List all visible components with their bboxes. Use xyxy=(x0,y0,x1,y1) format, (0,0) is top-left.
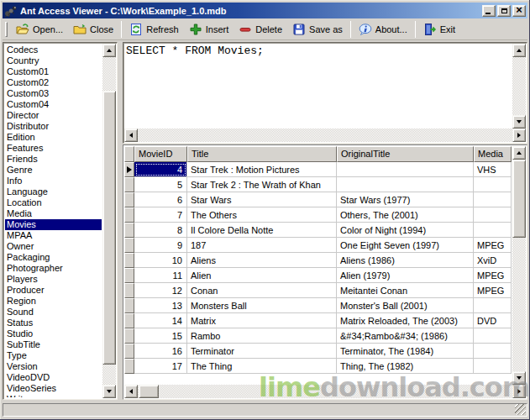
sidebar-item[interactable]: Media xyxy=(5,208,102,219)
column-header-movieid[interactable]: MovieID xyxy=(134,146,187,162)
sidebar-item[interactable]: Director xyxy=(5,110,102,121)
grid-horizontal-scrollbar[interactable] xyxy=(124,385,526,398)
scroll-up-button[interactable] xyxy=(512,44,526,57)
cell-media[interactable]: XviD xyxy=(474,253,512,268)
sidebar-item[interactable]: Studio xyxy=(5,328,102,339)
insert-button[interactable]: Insert xyxy=(184,20,234,39)
header-corner[interactable] xyxy=(124,146,134,162)
cell-movieid[interactable]: 12 xyxy=(134,283,187,298)
cell-movieid[interactable]: 15 xyxy=(134,328,187,344)
cell-originaltitle[interactable] xyxy=(337,177,474,192)
scrollbar-thumb[interactable] xyxy=(139,385,159,398)
cell-originaltitle[interactable] xyxy=(337,162,474,177)
scrollbar-thumb[interactable] xyxy=(102,91,116,365)
sidebar-item[interactable]: Distributor xyxy=(5,121,102,132)
sql-horizontal-scrollbar[interactable] xyxy=(124,129,526,142)
table-row[interactable]: 6 Star Wars Star Wars (1977) xyxy=(124,192,512,207)
scroll-down-button[interactable] xyxy=(102,385,116,398)
table-row[interactable]: 7 The Others Others, The (2001) xyxy=(124,207,512,223)
cell-title[interactable]: 187 xyxy=(187,238,337,253)
sidebar-item[interactable]: Info xyxy=(5,176,102,186)
cell-media[interactable]: MPEG xyxy=(474,268,512,283)
grid-vertical-scrollbar[interactable] xyxy=(512,146,526,385)
cell-movieid[interactable]: 11 xyxy=(134,268,187,283)
table-row[interactable]: 9 187 One Eight Seven (1997) MPEG xyxy=(124,238,512,253)
row-selector[interactable] xyxy=(124,192,134,207)
row-selector[interactable] xyxy=(124,298,134,313)
cell-media[interactable] xyxy=(474,298,512,313)
cell-media[interactable] xyxy=(474,177,512,192)
cell-originaltitle[interactable]: Others, The (2001) xyxy=(337,207,474,223)
cell-media[interactable] xyxy=(474,359,512,374)
scroll-right-button[interactable] xyxy=(512,129,526,142)
cell-title[interactable]: Star Trek 2 : The Wrath of Khan xyxy=(187,177,337,192)
close-file-button[interactable]: Close xyxy=(68,20,118,39)
row-selector[interactable] xyxy=(124,268,134,283)
cell-originaltitle[interactable]: One Eight Seven (1997) xyxy=(337,238,474,253)
row-selector[interactable] xyxy=(124,223,134,238)
scroll-left-button[interactable] xyxy=(124,129,138,142)
row-selector[interactable] xyxy=(124,162,134,177)
cell-title[interactable]: Matrix xyxy=(187,313,337,328)
exit-button[interactable]: Exit xyxy=(418,20,460,39)
row-selector[interactable] xyxy=(124,283,134,298)
scrollbar-track[interactable] xyxy=(512,57,526,115)
cell-movieid[interactable]: 9 xyxy=(134,238,187,253)
cell-media[interactable]: VHS xyxy=(474,162,512,177)
cell-originaltitle[interactable]: Aliens (1986) xyxy=(337,253,474,268)
titlebar[interactable]: Ant Access Viewer - C:\Work\Example_1.0.… xyxy=(3,3,527,18)
sidebar-item[interactable]: Region xyxy=(5,296,102,307)
resize-grip[interactable] xyxy=(515,404,526,415)
cell-title[interactable]: Rambo xyxy=(187,328,337,344)
sidebar-item[interactable]: Location xyxy=(5,197,102,208)
sidebar-item[interactable]: Players xyxy=(5,274,102,285)
cell-originaltitle[interactable]: Alien (1979) xyxy=(337,268,474,283)
row-selector[interactable] xyxy=(124,359,134,374)
delete-button[interactable]: Delete xyxy=(234,20,287,39)
open-button[interactable]: Open... xyxy=(11,20,68,39)
cell-title[interactable]: Alien xyxy=(187,268,337,283)
sidebar-item[interactable]: Features xyxy=(5,143,102,154)
table-row[interactable]: 10 Aliens Aliens (1986) XviD xyxy=(124,253,512,268)
cell-originaltitle[interactable]: Terminator, The (1984) xyxy=(337,344,474,359)
sidebar-item[interactable]: MPAA xyxy=(5,230,102,241)
sidebar-item[interactable]: Codecs xyxy=(5,45,102,55)
cell-title[interactable]: Monsters Ball xyxy=(187,298,337,313)
cell-title[interactable]: Star Wars xyxy=(187,192,337,207)
table-row[interactable]: 5 Star Trek 2 : The Wrath of Khan xyxy=(124,177,512,192)
close-button[interactable]: × xyxy=(512,5,526,17)
sidebar-item[interactable]: Language xyxy=(5,186,102,197)
table-row[interactable]: 13 Monsters Ball Monster's Ball (2001) xyxy=(124,298,512,313)
row-selector[interactable] xyxy=(124,313,134,328)
cell-media[interactable] xyxy=(474,207,512,223)
sidebar-item[interactable]: Friends xyxy=(5,154,102,165)
sidebar-item[interactable]: Custom03 xyxy=(5,88,102,99)
scroll-up-button[interactable] xyxy=(512,146,526,160)
scroll-left-button[interactable] xyxy=(124,385,138,398)
sidebar-item[interactable]: Country xyxy=(5,55,102,66)
about-button[interactable]: About... xyxy=(354,20,412,39)
cell-originaltitle[interactable]: Meitantei Conan xyxy=(337,283,474,298)
row-selector[interactable] xyxy=(124,344,134,359)
scrollbar-thumb[interactable] xyxy=(512,160,526,238)
sidebar-item[interactable]: Version xyxy=(5,361,102,372)
sql-query-input[interactable]: SELECT * FROM Movies; xyxy=(126,45,510,57)
cell-title[interactable]: The Thing xyxy=(187,359,337,374)
cell-movieid[interactable]: 7 xyxy=(134,207,187,223)
cell-originaltitle[interactable]: Star Wars (1977) xyxy=(337,192,474,207)
table-row[interactable]: 17 The Thing Thing, The (1982) xyxy=(124,359,512,374)
scroll-up-button[interactable] xyxy=(102,44,116,57)
cell-originaltitle[interactable]: Monster's Ball (2001) xyxy=(337,298,474,313)
cell-originaltitle[interactable]: Thing, The (1982) xyxy=(337,359,474,374)
cell-title[interactable]: Terminator xyxy=(187,344,337,359)
cell-movieid[interactable]: 10 xyxy=(134,253,187,268)
sidebar-item[interactable]: Custom02 xyxy=(5,77,102,88)
scrollbar-track[interactable] xyxy=(138,129,512,142)
column-header-title[interactable]: Title xyxy=(187,146,337,162)
sql-vertical-scrollbar[interactable] xyxy=(512,44,526,129)
sidebar-item[interactable]: Writer xyxy=(5,394,102,397)
scrollbar-track[interactable] xyxy=(138,385,512,398)
sidebar-item[interactable]: VideoDVD xyxy=(5,372,102,383)
sidebar-item[interactable]: Custom04 xyxy=(5,99,102,110)
scroll-down-button[interactable] xyxy=(512,115,526,129)
